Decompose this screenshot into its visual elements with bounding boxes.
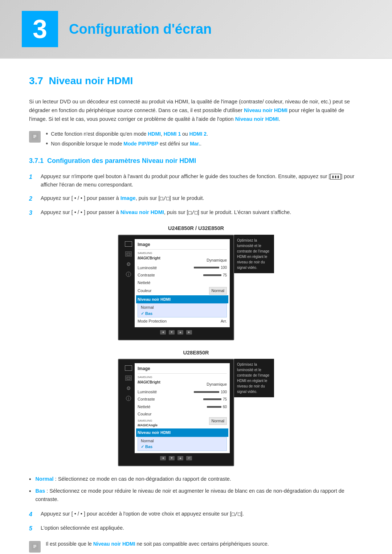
sidebar-icon-screen-2 [124, 375, 132, 381]
menu-header-1: Image [138, 241, 227, 250]
step-number-2: 2 [29, 194, 36, 203]
note-text-2: Non disponible lorsque le mode Mode PIP/… [51, 140, 201, 148]
menu-row-contraste-1: Contraste 75 [138, 271, 227, 279]
step-number-1: 1 [29, 173, 36, 181]
chapter-number: 3 [22, 11, 58, 47]
monitor-wrap-2: ⚙ i Image SAMSUNGM [118, 359, 274, 466]
bullet-marker-normal: • [29, 475, 31, 483]
menu-row-luminosite-1: Luminosité 100 [138, 264, 227, 272]
tooltip-1: Optimisez la luminosité et le contraste … [234, 235, 274, 273]
highlight-niveau-noir-1: Niveau noir HDMI [244, 107, 287, 113]
step-3: 3 Appuyez sur [ • / • ] pour passer à Ni… [29, 208, 363, 217]
step-number-5: 5 [29, 524, 36, 533]
menu-row-nettete-2: Netteté 60 [138, 403, 227, 411]
section-number: 3.7 [29, 75, 43, 86]
highlight-niveau-noir-2: Niveau noir HDMI [235, 116, 279, 122]
note-box: • Cette fonction n'est disponible qu'en … [29, 130, 363, 148]
diagram-label-2: U28E850R [118, 349, 274, 357]
nav-up-2: ▲ [177, 456, 183, 460]
final-note-icon [29, 541, 41, 553]
bullet-item-normal: • Normal : Sélectionnez ce mode en cas d… [29, 475, 363, 483]
niveau-noir-row-2: Niveau noir HDMI [136, 428, 228, 437]
menu-nav-1: ◄ ▼ ▲ ► [122, 329, 230, 336]
tooltip-2: Optimisez la luminosité et le contraste … [234, 359, 274, 397]
sidebar-icon-settings-2: ⚙ [124, 385, 132, 391]
body-paragraph: Si un lecteur DVD ou un décodeur est con… [29, 98, 363, 124]
subsection-title: 3.7.1 Configuration des paramètres Nivea… [29, 156, 363, 166]
monitor-wrap-1: ⚙ i Image SAMSUNGM [118, 235, 274, 340]
bullet-text-normal: Normal : Sélectionnez ce mode en cas de … [36, 475, 231, 483]
diagram-label-1: U24E850R / U32E850R [118, 225, 274, 233]
diagram-2: U28E850R [118, 349, 274, 466]
menu-header-2: Image [138, 365, 227, 374]
monitor-menu-2: Image SAMSUNGMAGICBright Dynamique Lumin… [135, 363, 230, 453]
monitor-sidebar-1: ⚙ i [122, 239, 135, 327]
svg-rect-4 [32, 543, 38, 550]
step-number-3: 3 [29, 209, 36, 217]
menu-row-nettete-1: Netteté [138, 279, 227, 287]
couleur-row-1: Couleur Normal [138, 286, 227, 295]
step-text-4: Appuyez sur [ • / • ] pour accéder à l'o… [41, 510, 244, 518]
nav-left-1: ◄ [160, 330, 166, 335]
diagram-1: U24E850R / U32E850R [118, 225, 274, 340]
menu-row-protection-1: Mode Protection Arr. [138, 317, 227, 325]
submenu-1: Normal ✓ Bas [138, 303, 227, 317]
note-line-1: • Cette fonction n'est disponible qu'en … [46, 130, 208, 138]
note-line-2: • Non disponible lorsque le mode Mode PI… [46, 140, 208, 148]
nav-up-1: ▲ [177, 330, 183, 335]
nav-down-2: ▼ [169, 456, 175, 460]
final-note-content: Il est possible que le Niveau noir HDMI … [46, 540, 269, 548]
bullet-marker-bas: • [29, 487, 31, 495]
step-text-3: Appuyez sur [ • / • ] pour passer à Nive… [41, 208, 291, 217]
sidebar-icon-settings: ⚙ [124, 261, 132, 267]
monitor-sidebar-2: ⚙ i [122, 363, 135, 453]
final-note-box: Il est possible que le Niveau noir HDMI … [29, 540, 363, 553]
menu-row-luminosite-2: Luminosité 100 [138, 388, 227, 396]
nav-left-2: ◄ [160, 456, 166, 460]
note-text-1: Cette fonction n'est disponible qu'en mo… [51, 130, 208, 138]
couleur-row-2: Couleur [138, 410, 227, 418]
nav-right-1: ► [186, 330, 192, 335]
note-icon [29, 131, 41, 143]
step-4: 4 Appuyez sur [ • / • ] pour accéder à l… [29, 510, 363, 519]
bullet-dot-2: • [46, 140, 48, 148]
highlight-bas: Bas [36, 488, 45, 494]
section-title: 3.7 Niveau noir HDMI [29, 73, 363, 89]
diagram-section: U24E850R / U32E850R [29, 225, 363, 466]
main-content: 3.7 Niveau noir HDMI Si un lecteur DVD o… [0, 59, 392, 554]
page: 3 Configuration d'écran 3.7 Niveau noir … [0, 0, 392, 554]
nav-down-1: ▼ [169, 330, 175, 335]
menu-nav-2: ◄ ▼ ▲ ↵ [122, 455, 230, 462]
magic-angle-row: SAMSUNG MAGICAngle Normal [138, 418, 227, 429]
sidebar-icon-image-2 [124, 365, 132, 371]
chapter-title: Configuration d'écran [69, 19, 212, 40]
monitor-menu-1: Image SAMSUNGMAGICBright Dynamique Lumin… [135, 239, 230, 327]
monitor-inner-2: ⚙ i Image SAMSUNGM [122, 363, 230, 453]
svg-rect-0 [32, 134, 38, 140]
bullet-text-bas: Bas : Sélectionnez ce mode pour réduire … [36, 487, 363, 504]
note-lines: • Cette fonction n'est disponible qu'en … [46, 130, 208, 148]
sidebar-icon-info-2: i [124, 395, 132, 402]
sidebar-icon-info: i [124, 271, 132, 278]
header-banner: 3 Configuration d'écran [0, 0, 392, 59]
niveau-noir-row-1: Niveau noir HDMI [136, 295, 228, 304]
highlight-normal: Normal [36, 476, 54, 482]
step-text-2: Appuyez sur [ • / • ] pour passer à Imag… [41, 194, 204, 202]
nav-enter-2: ↵ [186, 456, 192, 460]
sidebar-icon-image [124, 241, 132, 247]
monitor-frame-1: ⚙ i Image SAMSUNGM [118, 235, 234, 340]
monitor-frame-2: ⚙ i Image SAMSUNGM [118, 359, 234, 466]
step-1: 1 Appuyez sur n'importe quel bouton à l'… [29, 172, 363, 189]
bullet-item-bas: • Bas : Sélectionnez ce mode pour réduir… [29, 487, 363, 504]
menu-row-contraste-2: Contraste 75 [138, 395, 227, 403]
bullet-dot-1: • [46, 130, 48, 138]
step-text-5: L'option sélectionnée est appliquée. [41, 524, 124, 532]
subsection-heading: Configuration des paramètres Niveau noir… [47, 157, 196, 164]
submenu-2: Normal ✓ Bas [138, 437, 227, 451]
step-5: 5 L'option sélectionnée est appliquée. [29, 524, 363, 533]
step-2: 2 Appuyez sur [ • / • ] pour passer à Im… [29, 194, 363, 203]
step-text-1: Appuyez sur n'importe quel bouton à l'av… [41, 172, 363, 189]
step-number-4: 4 [29, 510, 36, 519]
final-note-text: Il est possible que le Niveau noir HDMI … [46, 540, 269, 548]
subsection-number: 3.7.1 [29, 157, 44, 164]
